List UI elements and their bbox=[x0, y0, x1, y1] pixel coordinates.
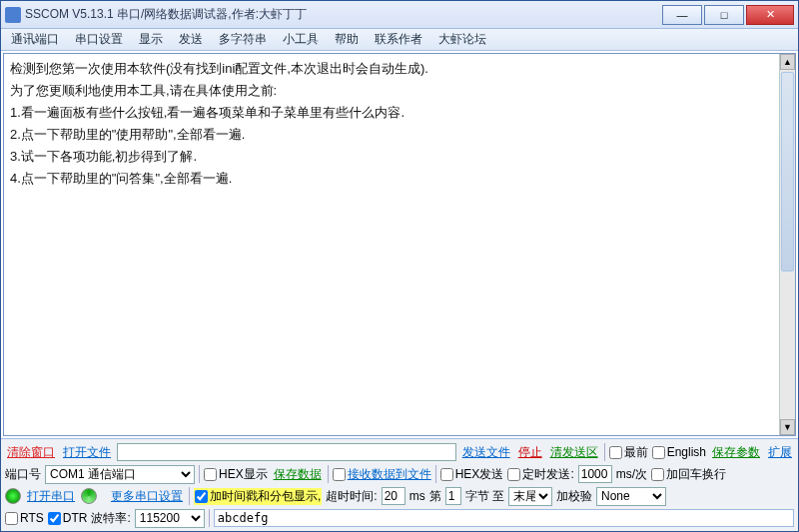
timeout-label: 超时时间: bbox=[326, 488, 377, 505]
top-checkbox[interactable]: 最前 bbox=[609, 444, 648, 461]
separator bbox=[199, 465, 200, 483]
scroll-up-icon[interactable]: ▲ bbox=[780, 54, 795, 70]
english-label: English bbox=[667, 445, 706, 459]
menu-contact[interactable]: 联系作者 bbox=[369, 29, 428, 50]
hex-send-label: HEX发送 bbox=[455, 466, 504, 483]
stop-button[interactable]: 停止 bbox=[516, 444, 544, 461]
interval-unit: ms/次 bbox=[616, 466, 647, 483]
rts-checkbox[interactable]: RTS bbox=[5, 511, 44, 525]
app-window: SSCOM V5.13.1 串口/网络数据调试器,作者:大虾丁丁 — □ ✕ 通… bbox=[0, 0, 799, 532]
menu-display[interactable]: 显示 bbox=[133, 29, 169, 50]
open-file-button[interactable]: 打开文件 bbox=[61, 444, 113, 461]
recv-to-file-checkbox[interactable]: 接收数据到文件 bbox=[333, 466, 431, 483]
separator bbox=[328, 465, 329, 483]
frame-start-input[interactable] bbox=[445, 487, 461, 505]
separator bbox=[189, 487, 190, 505]
add-cr-checkbox[interactable]: 加回车换行 bbox=[651, 466, 726, 483]
clear-send-button[interactable]: 清发送区 bbox=[548, 444, 600, 461]
add-cr-label: 加回车换行 bbox=[666, 466, 726, 483]
top-label: 最前 bbox=[624, 444, 648, 461]
more-serial-settings-button[interactable]: 更多串口设置 bbox=[109, 488, 185, 505]
timed-send-label: 定时发送: bbox=[522, 466, 573, 483]
menu-send[interactable]: 发送 bbox=[173, 29, 209, 50]
menu-forum[interactable]: 大虾论坛 bbox=[432, 29, 492, 50]
menu-multi-string[interactable]: 多字符串 bbox=[213, 29, 273, 50]
dtr-checkbox[interactable]: DTR bbox=[48, 511, 88, 525]
rts-label: RTS bbox=[20, 511, 44, 525]
baud-select[interactable]: 115200 bbox=[135, 509, 205, 528]
menu-serial-settings[interactable]: 串口设置 bbox=[69, 29, 129, 50]
expand-button[interactable]: 扩展 bbox=[766, 444, 794, 461]
interval-input[interactable] bbox=[578, 465, 612, 483]
timestamp-checkbox[interactable]: 加时间戳和分包显示, bbox=[194, 488, 322, 505]
timeout-input[interactable] bbox=[382, 487, 405, 505]
separator bbox=[209, 509, 210, 527]
hex-display-checkbox[interactable]: HEX显示 bbox=[204, 466, 268, 483]
port-label: 端口号 bbox=[5, 466, 41, 483]
save-params-button[interactable]: 保存参数 bbox=[710, 444, 762, 461]
hex-send-checkbox[interactable]: HEX发送 bbox=[440, 466, 504, 483]
file-path-input[interactable] bbox=[117, 443, 456, 461]
checksum-select[interactable]: None bbox=[596, 487, 666, 506]
control-panel: 清除窗口 打开文件 发送文件 停止 清发送区 最前 English 保存参数 扩… bbox=[1, 438, 798, 531]
clear-window-button[interactable]: 清除窗口 bbox=[5, 444, 57, 461]
row1: 清除窗口 打开文件 发送文件 停止 清发送区 最前 English 保存参数 扩… bbox=[5, 441, 794, 463]
timeout-unit: ms bbox=[409, 489, 425, 503]
window-title: SSCOM V5.13.1 串口/网络数据调试器,作者:大虾丁丁 bbox=[25, 6, 662, 23]
send-input[interactable] bbox=[214, 509, 794, 527]
frame-end-select[interactable]: 末尾 bbox=[508, 487, 552, 506]
dtr-label: DTR bbox=[63, 511, 88, 525]
scroll-down-icon[interactable]: ▼ bbox=[780, 419, 795, 435]
receive-output[interactable]: 检测到您第一次使用本软件(没有找到ini配置文件,本次退出时会自动生成). 为了… bbox=[4, 54, 779, 435]
menu-tools[interactable]: 小工具 bbox=[277, 29, 325, 50]
frame-label-2: 字节 至 bbox=[465, 488, 504, 505]
separator bbox=[435, 465, 436, 483]
port-select[interactable]: COM1 通信端口 bbox=[45, 465, 195, 484]
hex-display-label: HEX显示 bbox=[219, 466, 268, 483]
open-port-button[interactable]: 打开串口 bbox=[25, 488, 77, 505]
row4: RTS DTR 波特率: 115200 bbox=[5, 507, 794, 529]
close-button[interactable]: ✕ bbox=[746, 5, 794, 25]
timestamp-label: 加时间戳和分包显示, bbox=[210, 488, 321, 505]
baud-label: 波特率: bbox=[91, 510, 130, 527]
row2: 端口号 COM1 通信端口 HEX显示 保存数据 接收数据到文件 HEX发送 定… bbox=[5, 463, 794, 485]
scroll-thumb[interactable] bbox=[781, 72, 794, 271]
window-controls: — □ ✕ bbox=[662, 5, 794, 25]
frame-label-1: 第 bbox=[429, 488, 441, 505]
english-checkbox[interactable]: English bbox=[652, 445, 706, 459]
recv-to-file-label: 接收数据到文件 bbox=[348, 466, 431, 483]
title-bar: SSCOM V5.13.1 串口/网络数据调试器,作者:大虾丁丁 — □ ✕ bbox=[1, 1, 798, 29]
menu-bar: 通讯端口 串口设置 显示 发送 多字符串 小工具 帮助 联系作者 大虾论坛 bbox=[1, 29, 798, 51]
row3: 打开串口 更多串口设置 加时间戳和分包显示, 超时时间: ms 第 字节 至 末… bbox=[5, 485, 794, 507]
menu-help[interactable]: 帮助 bbox=[329, 29, 365, 50]
separator bbox=[604, 443, 605, 461]
record-icon[interactable] bbox=[5, 488, 21, 504]
scrollbar[interactable]: ▲ ▼ bbox=[779, 54, 795, 435]
main-area: 检测到您第一次使用本软件(没有找到ini配置文件,本次退出时会自动生成). 为了… bbox=[3, 53, 796, 436]
timed-send-checkbox[interactable]: 定时发送: bbox=[507, 466, 573, 483]
send-file-button[interactable]: 发送文件 bbox=[460, 444, 512, 461]
maximize-button[interactable]: □ bbox=[704, 5, 744, 25]
app-icon bbox=[5, 7, 21, 23]
refresh-icon[interactable] bbox=[81, 488, 97, 504]
menu-comm-port[interactable]: 通讯端口 bbox=[5, 29, 65, 50]
minimize-button[interactable]: — bbox=[662, 5, 702, 25]
save-data-button[interactable]: 保存数据 bbox=[272, 466, 324, 483]
checksum-label: 加校验 bbox=[556, 488, 592, 505]
